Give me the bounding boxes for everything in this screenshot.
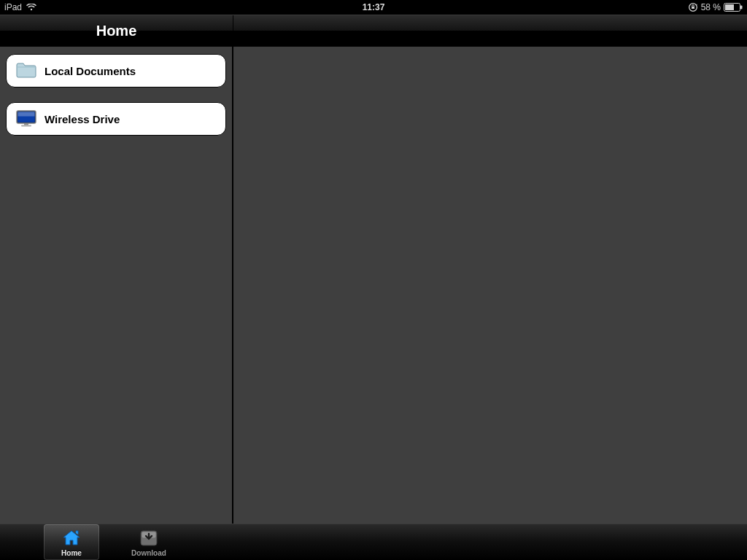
wifi-icon: [26, 4, 36, 11]
home-icon: [61, 528, 82, 548]
tab-bar: Home Download: [0, 524, 747, 560]
nav-right: [233, 15, 747, 46]
detail-pane: [233, 47, 747, 524]
status-bar: iPad 11:37 58 %: [0, 0, 747, 15]
orientation-lock-icon: [688, 2, 698, 12]
clock: 11:37: [0, 2, 747, 12]
page-title: Home: [96, 23, 137, 39]
battery-icon: [724, 3, 743, 12]
content-area: Local Documents Wireless Drive: [0, 47, 747, 524]
sidebar-item-wireless-drive[interactable]: Wireless Drive: [6, 102, 226, 136]
battery-percent: 58 %: [701, 2, 721, 12]
svg-rect-9: [21, 125, 31, 127]
sidebar: Local Documents Wireless Drive: [0, 47, 233, 524]
nav-left: Home: [0, 15, 233, 46]
svg-rect-8: [24, 123, 28, 125]
svg-rect-7: [18, 112, 35, 117]
navigation-bar: Home: [0, 15, 747, 47]
sidebar-item-local-documents[interactable]: Local Documents: [6, 54, 226, 88]
sidebar-item-label: Local Documents: [44, 65, 136, 77]
tab-label: Download: [131, 549, 166, 557]
folder-icon: [14, 62, 39, 79]
tab-label: Home: [61, 549, 82, 557]
sidebar-item-label: Wireless Drive: [44, 113, 120, 125]
tab-home[interactable]: Home: [44, 524, 99, 560]
svg-rect-3: [740, 6, 743, 9]
monitor-icon: [14, 109, 39, 128]
download-icon: [139, 528, 158, 548]
tab-download[interactable]: Download: [121, 524, 177, 560]
svg-rect-4: [725, 4, 734, 10]
svg-rect-1: [692, 7, 694, 9]
device-label: iPad: [4, 2, 22, 12]
